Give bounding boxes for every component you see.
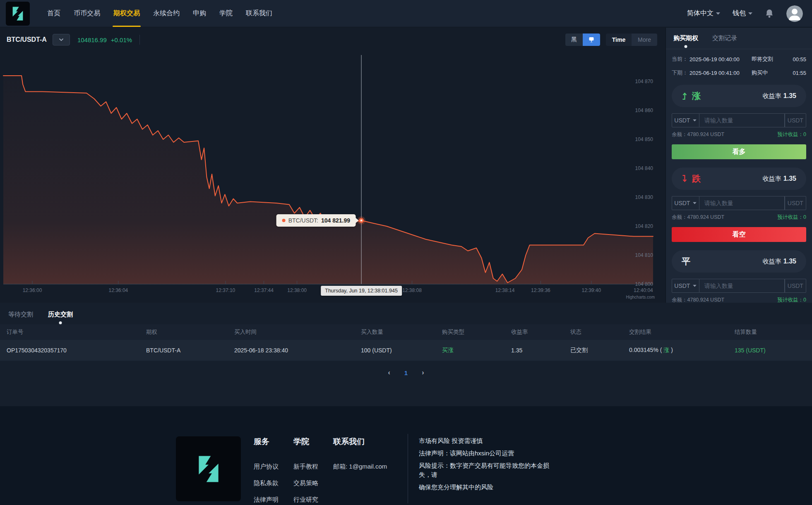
orders-section: 等待交割 历史交割 订单号期权买入时间买入数量购买类型收益率状态交割结果结算数量… bbox=[0, 303, 812, 406]
legal-line: 确保您充分理解其中的风险 bbox=[419, 483, 557, 492]
table-body: OP1750304320357170BTC/USDT-A2025-06-18 2… bbox=[0, 340, 812, 361]
cell-settle: 135 (USDT) bbox=[735, 347, 805, 354]
currency-suffix: USDT bbox=[785, 113, 806, 127]
price-chart[interactable]: 104 800104 810104 820104 830104 840104 8… bbox=[0, 52, 665, 303]
nav-item-4[interactable]: 申购 bbox=[186, 0, 213, 27]
interval-more-button[interactable]: More bbox=[632, 34, 657, 46]
result-direction: 涨 bbox=[663, 347, 669, 353]
x-tick-label: 12:37:10 bbox=[216, 287, 235, 293]
chart-credit[interactable]: Highcharts.com bbox=[626, 295, 655, 299]
table-row[interactable]: OP1750304320357170BTC/USDT-A2025-06-18 2… bbox=[0, 340, 812, 361]
wallet-menu[interactable]: 钱包 bbox=[733, 9, 752, 18]
footer-link[interactable]: 邮箱: 1@gmail.com bbox=[333, 463, 408, 471]
symbol-selector[interactable] bbox=[53, 34, 70, 45]
nav-item-1[interactable]: 币币交易 bbox=[67, 0, 107, 27]
legal-line: 法律声明：该网站由hxsin公司运营 bbox=[419, 449, 557, 458]
column-header-4: 购买类型 bbox=[442, 328, 511, 336]
current-label: 当前： bbox=[672, 55, 688, 63]
footer-link[interactable]: 行业研究 bbox=[293, 496, 333, 504]
cell-amount: 100 (USDT) bbox=[361, 347, 442, 354]
amount-input-row: USDTUSDT bbox=[672, 196, 806, 210]
rate-value: 1.35 bbox=[783, 258, 796, 265]
footer-link[interactable]: 用户协议 bbox=[254, 463, 293, 471]
next-period-row: 下期： 2025-06-19 00:41:00 购买中 01:55 bbox=[672, 69, 806, 77]
direction-name: 涨 bbox=[692, 90, 701, 102]
nav-item-0[interactable]: 首页 bbox=[41, 0, 67, 27]
tab-history-settlement[interactable]: 历史交割 bbox=[48, 311, 73, 324]
brand-logo-icon bbox=[191, 452, 226, 486]
rate-value: 1.35 bbox=[783, 175, 796, 182]
buy-short-button[interactable]: 看空 bbox=[672, 227, 806, 242]
cell-rate: 1.35 bbox=[511, 347, 570, 354]
estimated-profit: 预计收益：0 bbox=[778, 214, 806, 221]
amount-input[interactable] bbox=[699, 113, 785, 127]
footer-link[interactable]: 新手教程 bbox=[293, 463, 333, 471]
footer-heading: 学院 bbox=[293, 436, 333, 447]
interval-time-button[interactable]: Time bbox=[606, 34, 632, 46]
tab-buy-option[interactable]: 购买期权 bbox=[673, 34, 698, 42]
direction-name: 平 bbox=[682, 256, 690, 267]
symbol-label: BTC/USDT-A bbox=[7, 36, 47, 43]
option-section-up: 涨收益率1.35USDTUSDT余额：4780.924 USDT预计收益：0看多 bbox=[672, 85, 806, 159]
currency-suffix: USDT bbox=[785, 196, 806, 210]
cell-result: 0.003145% ( 涨 ) bbox=[629, 347, 735, 354]
page-number[interactable]: 1 bbox=[404, 369, 408, 376]
tooltip-series: BTC/USDT: bbox=[288, 217, 318, 224]
next-status: 购买中 bbox=[752, 69, 788, 77]
theme-dark-button[interactable]: 黑 bbox=[565, 34, 583, 46]
footer-link[interactable]: 隐私条款 bbox=[254, 479, 293, 487]
direction-name: 跌 bbox=[692, 173, 701, 184]
next-page-button[interactable]: › bbox=[422, 369, 424, 376]
notifications-button[interactable] bbox=[765, 9, 774, 19]
nav-item-5[interactable]: 学院 bbox=[213, 0, 239, 27]
wallet-label: 钱包 bbox=[733, 9, 746, 18]
currency-value: USDT bbox=[674, 117, 690, 124]
amount-input[interactable] bbox=[699, 196, 785, 210]
tab-pending-settlement[interactable]: 等待交割 bbox=[8, 311, 33, 324]
language-selector[interactable]: 简体中文 bbox=[687, 9, 720, 18]
option-section-down: 跌收益率1.35USDTUSDT余额：4780.924 USDT预计收益：0看空 bbox=[672, 168, 806, 242]
current-status: 即将交割 bbox=[752, 55, 788, 63]
x-tick-label: 12:36:00 bbox=[23, 287, 42, 293]
chart-canvas bbox=[0, 52, 665, 286]
prev-page-button[interactable]: ‹ bbox=[388, 369, 390, 376]
next-label: 下期： bbox=[672, 69, 688, 77]
tab-settle-records[interactable]: 交割记录 bbox=[712, 34, 737, 42]
footer-link[interactable]: 法律声明 bbox=[254, 496, 293, 504]
trend-down-icon bbox=[682, 175, 688, 183]
footer-logo bbox=[176, 436, 241, 501]
rate-value: 1.35 bbox=[783, 92, 796, 99]
nav-item-2[interactable]: 期权交易 bbox=[107, 0, 147, 27]
interval-controls: Time More bbox=[606, 34, 657, 46]
theme-controls: 黑 bbox=[565, 34, 600, 46]
avatar[interactable] bbox=[786, 5, 803, 22]
bell-icon bbox=[765, 9, 774, 19]
footer-column-1: 学院新手教程交易策略行业研究 bbox=[293, 436, 333, 504]
column-header-1: 期权 bbox=[146, 328, 234, 336]
footer: 服务用户协议隐私条款法律声明学院新手教程交易策略行业研究联系我们邮箱: 1@gm… bbox=[0, 406, 812, 505]
chevron-down-icon bbox=[748, 12, 752, 15]
rate-row: 收益率1.35 bbox=[763, 92, 796, 100]
point-tooltip: BTC/USDT: 104 821.99 bbox=[276, 214, 356, 227]
chevron-down-icon bbox=[693, 285, 697, 287]
navbar: 首页币币交易期权交易永续合约申购学院联系我们 简体中文 钱包 bbox=[0, 0, 812, 27]
chart-controls: 黑 Time More bbox=[565, 34, 657, 46]
series-marker-dot bbox=[282, 219, 286, 222]
x-tick-label: 12:38:14 bbox=[495, 287, 515, 293]
currency-select[interactable]: USDT bbox=[672, 113, 699, 127]
y-tick-label: 104 840 bbox=[624, 165, 653, 171]
x-tick-label: 12:38:08 bbox=[402, 287, 422, 293]
amount-input-row: USDTUSDT bbox=[672, 113, 806, 127]
brand-logo[interactable] bbox=[6, 2, 30, 26]
currency-select[interactable]: USDT bbox=[672, 196, 699, 210]
currency-select[interactable]: USDT bbox=[672, 279, 699, 293]
footer-links: 邮箱: 1@gmail.com bbox=[333, 463, 408, 471]
buy-long-button[interactable]: 看多 bbox=[672, 144, 806, 159]
nav-item-3[interactable]: 永续合约 bbox=[147, 0, 186, 27]
amount-input[interactable] bbox=[699, 279, 785, 293]
estimated-profit: 预计收益：0 bbox=[778, 297, 806, 304]
footer-link[interactable]: 交易策略 bbox=[293, 479, 333, 487]
option-section-header: 平收益率1.35 bbox=[672, 250, 806, 273]
nav-item-6[interactable]: 联系我们 bbox=[239, 0, 279, 27]
theme-color-button[interactable] bbox=[583, 34, 600, 46]
